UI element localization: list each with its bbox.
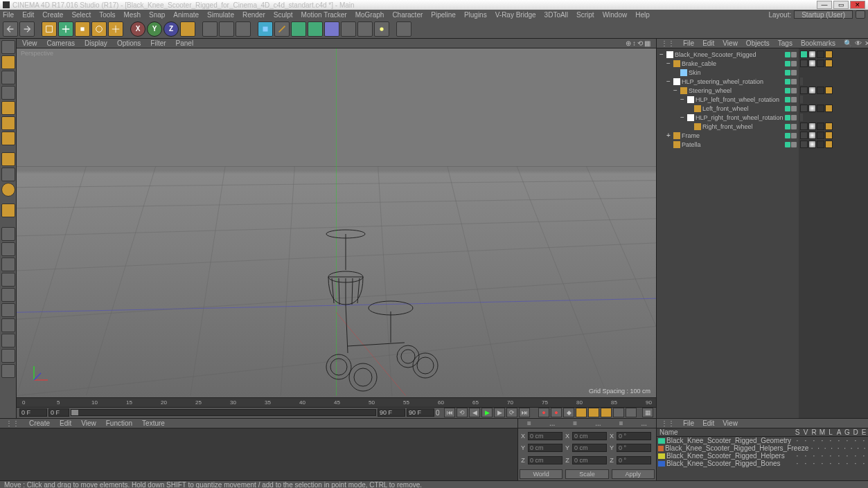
- tag-row[interactable]: [800, 77, 867, 86]
- coord-scale-select[interactable]: Scale: [565, 469, 608, 479]
- viewport-solo-button[interactable]: [1, 168, 15, 181]
- layer-flag-icon[interactable]: ·: [826, 453, 835, 459]
- om-menu-bookmarks[interactable]: Bookmarks: [801, 39, 835, 47]
- vp-menu-filter[interactable]: Filter: [150, 39, 166, 47]
- layer-flag-icon[interactable]: ·: [822, 446, 829, 451]
- coordinate-system-button[interactable]: [180, 21, 195, 37]
- visibility-dots[interactable]: [783, 113, 799, 122]
- material-list[interactable]: [0, 428, 517, 480]
- layer-flag-icon[interactable]: ·: [801, 438, 810, 444]
- deformer-button[interactable]: [324, 21, 339, 37]
- redo-button[interactable]: [19, 21, 35, 37]
- tree-row[interactable]: − Steering_wheel: [657, 86, 783, 95]
- object-tree[interactable]: − Black_Knee_Scooter_Rigged− Brake_cable…: [657, 48, 783, 418]
- layer-flag-icon[interactable]: ·: [810, 438, 818, 444]
- layer-flag-icon[interactable]: ·: [842, 446, 849, 451]
- tree-row[interactable]: Patella: [657, 140, 783, 149]
- coord-world-select[interactable]: World: [520, 469, 563, 479]
- visibility-dots[interactable]: [783, 131, 799, 140]
- next-frame-button[interactable]: ▶: [494, 408, 505, 417]
- mm-menu-create[interactable]: Create: [29, 419, 50, 427]
- x-axis-toggle[interactable]: X: [130, 21, 145, 37]
- tree-row[interactable]: Left_front_wheel: [657, 104, 783, 113]
- tag-row[interactable]: [800, 140, 867, 149]
- coord-pos-field[interactable]: 0 cm: [528, 444, 563, 452]
- menu-animate[interactable]: Animate: [173, 11, 199, 19]
- palette-btn-7[interactable]: [1, 318, 15, 332]
- render-view-button[interactable]: [202, 21, 218, 37]
- tree-toggle[interactable]: −: [680, 96, 686, 103]
- timeline-options-button[interactable]: ▦: [642, 408, 653, 417]
- lm-menu-edit[interactable]: Edit: [702, 419, 714, 427]
- tag-row[interactable]: [800, 113, 867, 122]
- tree-toggle[interactable]: +: [666, 132, 672, 139]
- menu-edit[interactable]: Edit: [22, 11, 34, 19]
- key-scale-button[interactable]: [588, 408, 599, 417]
- undo-button[interactable]: [3, 21, 18, 37]
- minimize-button[interactable]: —: [817, 1, 832, 9]
- record-button[interactable]: ●: [538, 408, 549, 417]
- tree-row[interactable]: Skin: [657, 68, 783, 77]
- layer-flag-icon[interactable]: ·: [861, 446, 868, 451]
- timeline-slider[interactable]: [71, 409, 376, 416]
- select-tool[interactable]: [42, 21, 57, 37]
- layer-row[interactable]: Black_Knee_Scooter_Rigged_Bones·········: [657, 460, 868, 467]
- coord-rot-field[interactable]: 0 °: [617, 432, 651, 440]
- polygon-mode-button[interactable]: [1, 132, 15, 145]
- pen-tool-button[interactable]: [274, 21, 290, 37]
- frame-end-field[interactable]: 90 F: [407, 408, 434, 417]
- layer-flag-icon[interactable]: ·: [855, 446, 862, 451]
- layer-flag-icon[interactable]: ·: [793, 438, 801, 444]
- tree-toggle[interactable]: −: [673, 87, 679, 94]
- layer-flag-icon[interactable]: ·: [835, 461, 843, 467]
- layer-row[interactable]: Black_Knee_Scooter_Rigged_Helpers·······…: [657, 452, 868, 460]
- cube-primitive-button[interactable]: [258, 21, 273, 37]
- layer-flag-icon[interactable]: ·: [860, 453, 868, 459]
- model-mode-button[interactable]: [1, 55, 15, 69]
- goto-start-button[interactable]: ⏮: [444, 408, 455, 417]
- frame-start-field[interactable]: 0 F: [19, 408, 47, 417]
- layer-flag-icon[interactable]: ·: [860, 438, 868, 444]
- prev-frame-button[interactable]: ◀: [469, 408, 480, 417]
- layer-flag-icon[interactable]: ·: [810, 453, 818, 459]
- timeline-ruler[interactable]: 051015202530354045505560657075808590: [17, 398, 656, 408]
- layer-flag-icon[interactable]: ·: [843, 461, 851, 467]
- visibility-dots[interactable]: [783, 104, 799, 113]
- key-pla-button[interactable]: [626, 408, 637, 417]
- om-filter-icon[interactable]: 👁: [855, 39, 862, 47]
- layer-color-swatch[interactable]: [658, 446, 664, 451]
- coord-apply-button[interactable]: Apply: [612, 469, 655, 479]
- palette-btn-1[interactable]: [1, 227, 15, 241]
- coord-pos-field[interactable]: 0 cm: [528, 432, 563, 440]
- layer-flag-icon[interactable]: ·: [808, 446, 815, 451]
- coord-rot-field[interactable]: 0 °: [617, 456, 651, 464]
- visibility-dots[interactable]: [783, 95, 799, 104]
- layer-flag-icon[interactable]: ·: [835, 446, 842, 451]
- tree-row[interactable]: − HLP_steering_wheel_rotation: [657, 77, 783, 86]
- visibility-dots[interactable]: [783, 77, 799, 86]
- point-mode-button[interactable]: [1, 101, 15, 115]
- layer-flag-icon[interactable]: ·: [851, 461, 860, 467]
- om-menu-edit[interactable]: Edit: [702, 39, 714, 47]
- layer-flag-icon[interactable]: ·: [815, 446, 822, 451]
- edge-mode-button[interactable]: [1, 116, 15, 130]
- viewport-canvas[interactable]: Perspective: [17, 48, 656, 397]
- make-editable-button[interactable]: [1, 40, 15, 54]
- tag-row[interactable]: [800, 95, 867, 104]
- layer-flag-icon[interactable]: ·: [835, 438, 843, 444]
- layer-flag-icon[interactable]: ·: [851, 453, 860, 459]
- environment-button[interactable]: [341, 21, 356, 37]
- layer-flag-icon[interactable]: ·: [818, 461, 826, 467]
- vp-nav-icon-2[interactable]: ↕: [632, 39, 636, 47]
- layer-flag-icon[interactable]: ·: [810, 461, 818, 467]
- menu-pipeline[interactable]: Pipeline: [431, 11, 456, 19]
- tree-toggle[interactable]: −: [666, 78, 672, 85]
- layer-flag-icon[interactable]: ·: [801, 453, 810, 459]
- menu-3dtoall[interactable]: 3DToAll: [544, 11, 568, 19]
- tree-row[interactable]: − HLP_right_front_wheel_rotation: [657, 113, 783, 122]
- palette-btn-3[interactable]: [1, 257, 15, 271]
- palette-btn-2[interactable]: [1, 242, 15, 256]
- layer-color-swatch[interactable]: [658, 438, 665, 444]
- menu-help[interactable]: Help: [635, 11, 650, 19]
- palette-btn-5[interactable]: [1, 288, 15, 302]
